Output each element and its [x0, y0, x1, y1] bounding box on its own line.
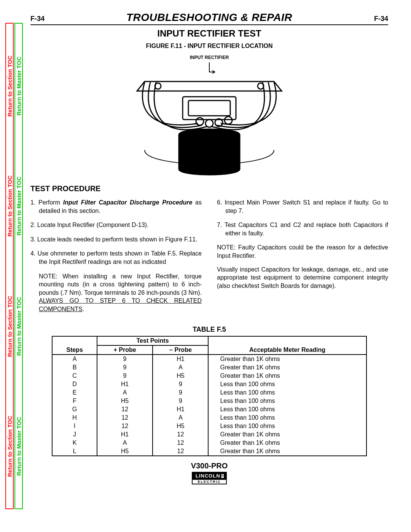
cell-reading: Greater than 1K ohms [208, 372, 366, 380]
cell-minus-probe: H1 [153, 405, 208, 414]
master-toc-link[interactable]: Return to Master TOC [15, 386, 22, 506]
left-note-pre: NOTE: When installing a new Input Rectif… [39, 273, 202, 296]
cell-minus-probe: H5 [153, 422, 208, 430]
cell-step: K [52, 439, 97, 447]
test-procedure-heading: TEST PROCEDURE [30, 184, 388, 193]
lincoln-logo: LINCOLN® ELECTRIC [192, 472, 227, 484]
section-toc-link[interactable]: Return to Section TOC [6, 266, 13, 386]
step-4: 4. Use ohmmeter to perform tests shown i… [30, 249, 202, 266]
page-footer: V300-PRO LINCOLN® ELECTRIC [30, 462, 388, 484]
cell-reading: Greater than 1K ohms [208, 430, 366, 439]
cell-step: J [52, 430, 97, 439]
step-1-pre: 1. Perform [30, 199, 63, 206]
table-row: KA12Greater than 1K ohms [52, 439, 366, 447]
page-number-left: F-34 [30, 15, 45, 23]
cell-minus-probe: 12 [153, 430, 208, 439]
cell-minus-probe: 9 [153, 380, 208, 388]
left-note-underline: ALWAYS GO TO STEP 6 TO CHECK RELATED COM… [39, 297, 202, 312]
cell-step: G [52, 405, 97, 414]
cell-step: C [52, 372, 97, 380]
master-toc-link[interactable]: Return to Master TOC [15, 266, 22, 386]
svg-rect-3 [188, 101, 230, 116]
col-testpoints-header: Test Points [97, 336, 209, 345]
cell-plus-probe: H5 [97, 447, 153, 456]
figure-caption: FIGURE F.11 - INPUT RECTIFIER LOCATION [30, 43, 388, 50]
cell-step: E [52, 388, 97, 397]
table-row: FH59Less than 100 ohms [52, 397, 366, 405]
page-content: F-34 TROUBLESHOOTING & REPAIR F-34 INPUT… [30, 11, 388, 521]
step-3: 3. Locate leads needed to perform tests … [30, 235, 202, 244]
cell-plus-probe: 12 [97, 414, 153, 422]
table-row: G12H1Less than 100 ohms [52, 405, 366, 414]
cell-step: F [52, 397, 97, 405]
step-7: 7. Test Capacitors C1 and C2 and replace… [217, 221, 388, 237]
section-toc-link[interactable]: Return to Section TOC [6, 386, 13, 506]
section-toc-link[interactable]: Return to Section TOC [6, 26, 13, 146]
cell-step: H [52, 414, 97, 422]
rectifier-diagram-icon [122, 55, 297, 181]
cell-plus-probe: 12 [97, 422, 153, 430]
cell-minus-probe: 9 [153, 397, 208, 405]
master-toc-column: Return to Master TOC Return to Master TO… [14, 23, 23, 509]
master-toc-link[interactable]: Return to Master TOC [15, 146, 22, 266]
cell-reading: Greater than 1K ohms [208, 439, 366, 447]
cell-minus-probe: 9 [153, 388, 208, 397]
cell-step: A [52, 355, 97, 363]
cell-plus-probe: H5 [97, 397, 153, 405]
cell-reading: Less than 100 ohms [208, 380, 366, 388]
cell-reading: Less than 100 ohms [208, 422, 366, 430]
cell-step: D [52, 380, 97, 388]
procedure-columns: 1. Perform Input Filter Capacitor Discha… [30, 198, 388, 319]
table-row: EA9Less than 100 ohms [52, 388, 366, 397]
col-minus-header: – Probe [153, 345, 208, 355]
section-toc-link[interactable]: Return to Section TOC [6, 146, 13, 266]
cell-minus-probe: A [153, 414, 208, 422]
left-note: NOTE: When installing a new Input Rectif… [30, 272, 202, 313]
cell-reading: Less than 100 ohms [208, 405, 366, 414]
cell-plus-probe: 12 [97, 405, 153, 414]
cell-minus-probe: H1 [153, 355, 208, 363]
page-header: F-34 TROUBLESHOOTING & REPAIR F-34 [30, 11, 388, 25]
logo-bottom: ELECTRIC [192, 479, 227, 484]
left-column: 1. Perform Input Filter Capacitor Discha… [30, 198, 202, 319]
cell-plus-probe: A [97, 439, 153, 447]
cell-reading: Less than 100 ohms [208, 388, 366, 397]
step-2: 2. Locate Input Rectifier (Component D-1… [30, 221, 202, 229]
sub-title: INPUT RECTIFIER TEST [30, 28, 388, 39]
table-row: A9H1Greater than 1K ohms [52, 355, 366, 363]
cell-plus-probe: H1 [97, 430, 153, 439]
cell-minus-probe: A [153, 363, 208, 372]
section-toc-column: Return to Section TOC Return to Section … [5, 23, 14, 509]
cell-minus-probe: 12 [153, 439, 208, 447]
cell-reading: Less than 100 ohms [208, 414, 366, 422]
master-toc-link[interactable]: Return to Master TOC [15, 26, 22, 146]
figure-f11: INPUT RECTIFIER [122, 55, 297, 181]
figure-inline-label: INPUT RECTIFIER [190, 55, 229, 60]
cell-reading: Greater than 1K ohms [208, 355, 366, 363]
cell-reading: Less than 100 ohms [208, 397, 366, 405]
svg-point-7 [225, 117, 232, 124]
table-row: I12H5Less than 100 ohms [52, 422, 366, 430]
step-1-bold: Input Filter Capacitor Discharge Procedu… [63, 199, 193, 206]
side-nav-tabs: Return to Section TOC Return to Section … [5, 23, 24, 509]
step-1: 1. Perform Input Filter Capacitor Discha… [30, 198, 202, 215]
cell-minus-probe: H5 [153, 372, 208, 380]
left-note-post: . [83, 306, 84, 312]
cell-plus-probe: 9 [97, 372, 153, 380]
col-plus-header: + Probe [97, 345, 153, 355]
page-number-right: F-34 [374, 15, 388, 23]
svg-point-4 [196, 118, 204, 125]
model-name: V300-PRO [30, 462, 388, 470]
cell-plus-probe: A [97, 388, 153, 397]
right-column: 6. Inspect Main Power Switch S1 and repl… [217, 198, 388, 319]
table-row: JH112Greater than 1K ohms [52, 430, 366, 439]
table-title: TABLE F.5 [30, 326, 388, 334]
right-note-2: Visually inspect Capacitors for leakage,… [217, 265, 388, 290]
table-row: B9AGreater than 1K ohms [52, 363, 366, 372]
cell-plus-probe: H1 [97, 380, 153, 388]
cell-reading: Greater than 1K ohms [208, 363, 366, 372]
cell-step: L [52, 447, 97, 456]
table-row: DH19Less than 100 ohms [52, 380, 366, 388]
table-f5: Steps Test Points Acceptable Meter Readi… [52, 336, 366, 456]
col-steps-header: Steps [52, 336, 97, 355]
